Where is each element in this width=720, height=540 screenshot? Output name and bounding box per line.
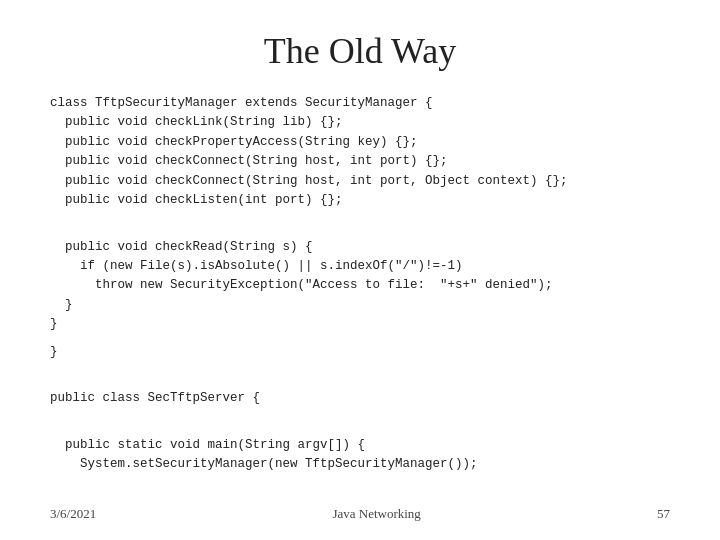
footer: 3/6/2021 Java Networking 57 xyxy=(0,506,720,522)
slide-title: The Old Way xyxy=(50,30,670,72)
code-block-5: public static void main(String argv[]) {… xyxy=(50,417,670,475)
code-block-1: class TftpSecurityManager extends Securi… xyxy=(50,94,670,210)
code-block-3: } xyxy=(50,343,670,362)
code-block-2: public void checkRead(String s) { if (ne… xyxy=(50,218,670,334)
slide: The Old Way class TftpSecurityManager ex… xyxy=(0,0,720,540)
footer-page: 57 xyxy=(657,506,670,522)
footer-title: Java Networking xyxy=(332,506,420,522)
footer-date: 3/6/2021 xyxy=(50,506,96,522)
code-block-4: public class SecTftpServer { xyxy=(50,370,670,409)
